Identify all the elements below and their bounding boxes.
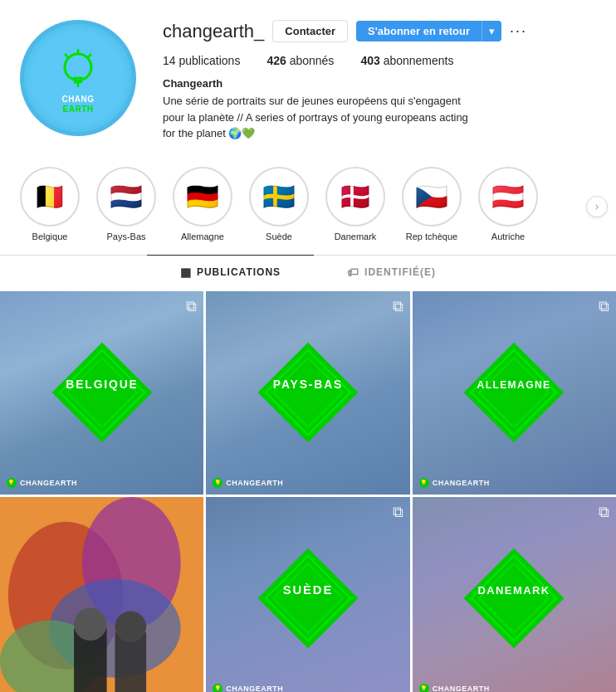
svg-text:EARTH: EARTH [63, 105, 94, 114]
tab-publications[interactable]: ▦ Publications [147, 255, 314, 289]
grid-item-paysbas[interactable]: PAYS-BAS ⧉ 💡 CHANGEARTH [206, 291, 409, 495]
story-circle-autriche: 🇦🇹 [478, 167, 538, 227]
subscribe-dropdown-button[interactable]: ▾ [482, 21, 501, 41]
copy-icon-belgique: ⧉ [186, 298, 197, 315]
bio-name: Changearth [163, 77, 596, 90]
bio-text: Une série de portraits sur de jeunes eur… [163, 93, 478, 142]
more-options-button[interactable]: ··· [510, 22, 527, 40]
abonnes-stat: 426 abonnés [266, 54, 334, 67]
watermark-danemark: 💡 CHANGEARTH [419, 684, 490, 692]
story-label-autriche: Autriche [491, 231, 525, 241]
svg-text:ALLEMAGNE: ALLEMAGNE [477, 380, 551, 392]
story-circle-rep-tcheque: 🇨🇿 [402, 167, 462, 227]
stats-row: 14 publications 426 abonnés 403 abonneme… [163, 54, 596, 67]
diamond-belgique: BELGIQUE [48, 339, 156, 446]
story-circle-allemagne: 🇩🇪 [173, 167, 232, 227]
publications-stat: 14 publications [163, 54, 240, 67]
story-label-belgique: Belgique [32, 231, 68, 241]
story-label-danemark: Danemark [335, 231, 377, 241]
watermark-belgique: 💡 CHANGEARTH [7, 478, 77, 488]
watermark-paysbas: 💡 CHANGEARTH [213, 478, 283, 488]
watermark-suede: 💡 CHANGEARTH [213, 684, 283, 692]
story-label-paysbas: Pays-Bas [106, 231, 145, 241]
grid-item-belgique[interactable]: BELGIQUE ⧉ 💡 CHANGEARTH [0, 291, 203, 495]
story-belgique[interactable]: 🇧🇪 Belgique [20, 167, 80, 241]
username: changearth_ [163, 21, 264, 42]
story-circle-belgique: 🇧🇪 [20, 167, 80, 227]
grid-item-suede[interactable]: SUÈDE ⧉ 💡 CHANGEARTH [206, 497, 409, 692]
svg-point-30 [115, 611, 146, 642]
story-autriche[interactable]: 🇦🇹 Autriche [478, 167, 538, 241]
svg-text:SUÈDE: SUÈDE [283, 584, 333, 597]
grid-icon: ▦ [180, 266, 192, 279]
story-danemark[interactable]: 🇩🇰 Danemark [325, 167, 385, 241]
subscribe-button[interactable]: S'abonner en retour [356, 21, 482, 41]
story-paysbas[interactable]: 🇳🇱 Pays-Bas [96, 167, 156, 241]
story-suede[interactable]: 🇸🇪 Suède [249, 167, 309, 241]
copy-icon-danemark: ⧉ [599, 504, 609, 521]
diamond-allemagne: ALLEMAGNE [460, 339, 568, 446]
tag-icon: 🏷 [347, 266, 359, 279]
profile-section: CHANG EARTH changearth_ Contacter S'abon… [0, 0, 616, 158]
svg-point-29 [74, 607, 107, 641]
grid-item-danemark[interactable]: DANEMARK ⧉ 💡 CHANGEARTH [413, 497, 616, 692]
svg-text:PAYS-BAS: PAYS-BAS [273, 378, 343, 392]
copy-icon-suede: ⧉ [393, 504, 403, 521]
profile-header-row: changearth_ Contacter S'abonner en retou… [163, 20, 596, 42]
avatar-logo-svg: CHANG EARTH [32, 32, 124, 124]
subscribe-group: S'abonner en retour ▾ [356, 21, 501, 41]
tab-publications-label: Publications [197, 266, 281, 278]
tab-identifie[interactable]: 🏷 Identifié(e) [314, 255, 469, 289]
svg-text:BELGIQUE: BELGIQUE [66, 378, 139, 392]
diamond-suede: SUÈDE [254, 544, 362, 652]
story-allemagne[interactable]: 🇩🇪 Allemagne [173, 167, 232, 241]
copy-icon-allemagne: ⧉ [599, 298, 609, 315]
story-circle-paysbas: 🇳🇱 [96, 167, 156, 227]
stories-next-arrow[interactable]: › [586, 196, 608, 217]
story-label-rep-tcheque: Rep tchèque [406, 231, 457, 241]
grid-item-photo[interactable] [0, 497, 203, 692]
posts-grid: BELGIQUE ⧉ 💡 CHANGEARTH PAYS-BAS [0, 289, 616, 693]
avatar: CHANG EARTH [20, 20, 136, 136]
svg-text:CHANG: CHANG [61, 95, 94, 104]
copy-icon-paysbas: ⧉ [393, 298, 403, 315]
tab-identifie-label: Identifié(e) [364, 266, 436, 278]
profile-info: changearth_ Contacter S'abonner en retou… [163, 20, 596, 142]
stories-section: 🇧🇪 Belgique 🇳🇱 Pays-Bas 🇩🇪 Allemagne 🇸🇪 … [0, 158, 616, 255]
grid-item-allemagne[interactable]: ALLEMAGNE ⧉ 💡 CHANGEARTH [413, 291, 616, 495]
diamond-paysbas: PAYS-BAS [254, 339, 362, 446]
abonnements-stat: 403 abonnements [360, 54, 453, 67]
svg-text:DANEMARK: DANEMARK [478, 585, 550, 597]
story-circle-danemark: 🇩🇰 [325, 167, 385, 227]
story-rep-tcheque[interactable]: 🇨🇿 Rep tchèque [402, 167, 462, 241]
story-label-allemagne: Allemagne [181, 231, 224, 241]
contact-button[interactable]: Contacter [272, 20, 348, 42]
story-label-suede: Suède [266, 231, 292, 241]
story-circle-suede: 🇸🇪 [249, 167, 309, 227]
watermark-allemagne: 💡 CHANGEARTH [419, 478, 490, 488]
tabs-section: ▦ Publications 🏷 Identifié(e) [0, 255, 616, 289]
diamond-danemark: DANEMARK [460, 544, 568, 652]
